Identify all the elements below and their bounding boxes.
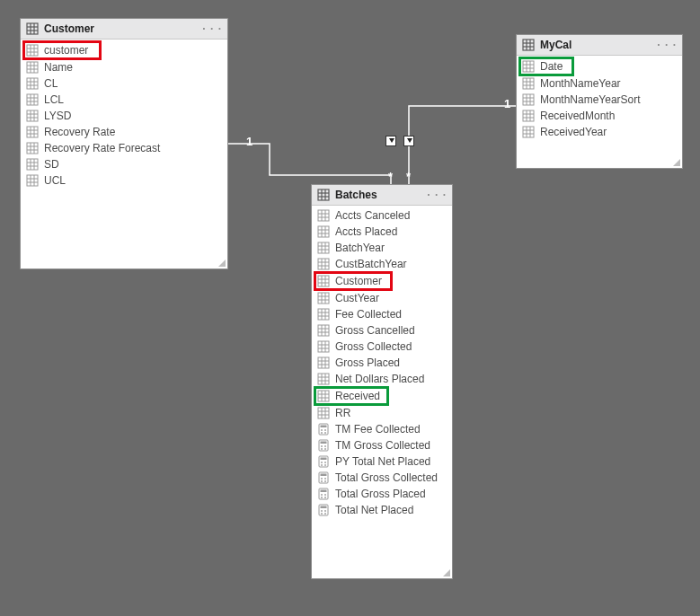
resize-handle[interactable] (673, 159, 680, 166)
field-customer-lcl[interactable]: LCL (21, 92, 227, 108)
column-icon (26, 142, 39, 154)
field-batches-net-dollars-placed[interactable]: Net Dollars Placed (312, 371, 452, 387)
field-label: Gross Cancelled (335, 324, 415, 337)
table-title: Customer (44, 22, 202, 35)
field-customer-name[interactable]: Name (21, 59, 227, 75)
field-mycal-monthnameyear[interactable]: MonthNameYear (517, 75, 682, 92)
column-icon (317, 242, 330, 254)
field-batches-customer[interactable]: Customer (312, 272, 452, 290)
field-batches-custyear[interactable]: CustYear (312, 290, 452, 306)
column-icon (317, 356, 330, 369)
calculator-icon (317, 488, 330, 500)
field-label: RR (335, 407, 350, 419)
column-icon (317, 258, 330, 270)
field-label: Customer (335, 275, 382, 287)
column-icon (26, 44, 39, 57)
calculator-icon (317, 471, 330, 484)
table-batches[interactable]: Batches · · · Accts CanceledAccts Placed… (311, 184, 453, 579)
field-batches-gross-placed[interactable]: Gross Placed (312, 355, 452, 371)
field-batches-total-gross-collected[interactable]: Total Gross Collected (312, 470, 452, 486)
field-customer-recovery-rate-forecast[interactable]: Recovery Rate Forecast (21, 140, 227, 156)
field-label: PY Total Net Placed (335, 455, 430, 468)
field-batches-tm-gross-collected[interactable]: TM Gross Collected (312, 437, 452, 453)
table-header-batches[interactable]: Batches · · · (312, 185, 452, 206)
field-mycal-receivedyear[interactable]: ReceivedYear (517, 124, 682, 140)
field-label: Recovery Rate Forecast (44, 142, 160, 154)
field-customer-lysd[interactable]: LYSD (21, 108, 227, 124)
field-label: LCL (44, 93, 64, 106)
field-label: customer (44, 44, 88, 57)
column-icon (522, 60, 535, 73)
field-label: ReceivedMonth (540, 110, 615, 122)
field-customer-ucl[interactable]: UCL (21, 172, 227, 189)
field-label: ReceivedYear (540, 126, 607, 138)
column-icon (317, 390, 330, 402)
field-label: Received (335, 390, 380, 402)
calculator-icon (317, 439, 330, 452)
field-label: TM Gross Collected (335, 439, 430, 452)
table-mycal[interactable]: MyCal · · · DateMonthNameYearMonthNameYe… (516, 34, 683, 169)
field-label: Accts Placed (335, 225, 397, 238)
column-icon (317, 209, 330, 222)
field-batches-batchyear[interactable]: BatchYear (312, 240, 452, 256)
column-icon (26, 174, 39, 187)
table-customer[interactable]: Customer · · · customerNameCLLCLLYSDReco… (20, 18, 228, 269)
field-batches-gross-collected[interactable]: Gross Collected (312, 339, 452, 355)
field-label: MonthNameYearSort (540, 93, 641, 106)
column-icon (317, 225, 330, 238)
cardinality-many-mycal: * (406, 170, 411, 183)
table-header-mycal[interactable]: MyCal · · · (517, 35, 682, 56)
field-customer-sd[interactable]: SD (21, 156, 227, 172)
field-label: Date (540, 60, 563, 73)
column-icon (317, 407, 330, 419)
field-label: SD (44, 158, 59, 171)
field-label: Accts Canceled (335, 209, 410, 222)
field-label: Name (44, 61, 73, 74)
column-icon (317, 340, 330, 353)
field-label: CustYear (335, 292, 379, 304)
resize-handle[interactable] (218, 260, 226, 267)
field-mycal-receivedmonth[interactable]: ReceivedMonth (517, 108, 682, 124)
column-icon (317, 292, 330, 304)
field-batches-gross-cancelled[interactable]: Gross Cancelled (312, 322, 452, 339)
field-batches-custbatchyear[interactable]: CustBatchYear (312, 256, 452, 272)
field-customer-cl[interactable]: CL (21, 75, 227, 92)
field-label: Gross Collected (335, 340, 412, 353)
table-header-customer[interactable]: Customer · · · (21, 19, 227, 40)
field-batches-total-gross-placed[interactable]: Total Gross Placed (312, 486, 452, 502)
table-icon (522, 39, 535, 51)
field-label: Total Gross Placed (335, 488, 426, 500)
field-label: MonthNameYear (540, 77, 621, 90)
column-icon (522, 93, 535, 106)
table-menu-button[interactable]: · · · (657, 39, 677, 51)
table-body-mycal: DateMonthNameYearMonthNameYearSortReceiv… (517, 56, 682, 168)
table-menu-button[interactable]: · · · (202, 22, 222, 35)
column-icon (26, 61, 39, 74)
field-label: UCL (44, 174, 66, 187)
field-batches-py-total-net-placed[interactable]: PY Total Net Placed (312, 453, 452, 470)
field-batches-total-net-placed[interactable]: Total Net Placed (312, 502, 452, 518)
field-batches-fee-collected[interactable]: Fee Collected (312, 306, 452, 322)
field-batches-received[interactable]: Received (312, 387, 452, 405)
field-label: Fee Collected (335, 308, 402, 321)
column-icon (317, 324, 330, 337)
column-icon (26, 126, 39, 138)
field-batches-accts-canceled[interactable]: Accts Canceled (312, 207, 452, 224)
field-mycal-monthnameyearsort[interactable]: MonthNameYearSort (517, 92, 682, 108)
table-icon (317, 189, 330, 201)
field-label: Recovery Rate (44, 126, 115, 138)
cardinality-one-customer: 1 (246, 135, 253, 148)
field-customer-customer[interactable]: customer (21, 41, 227, 59)
field-label: TM Fee Collected (335, 423, 421, 436)
column-icon (317, 308, 330, 321)
field-mycal-date[interactable]: Date (517, 57, 682, 75)
table-menu-button[interactable]: · · · (427, 189, 447, 201)
field-customer-recovery-rate[interactable]: Recovery Rate (21, 124, 227, 140)
resize-handle[interactable] (443, 569, 450, 576)
field-label: Total Gross Collected (335, 471, 438, 484)
field-batches-tm-fee-collected[interactable]: TM Fee Collected (312, 421, 452, 437)
field-label: CL (44, 77, 58, 90)
column-icon (26, 77, 39, 90)
field-batches-accts-placed[interactable]: Accts Placed (312, 224, 452, 240)
field-batches-rr[interactable]: RR (312, 405, 452, 421)
